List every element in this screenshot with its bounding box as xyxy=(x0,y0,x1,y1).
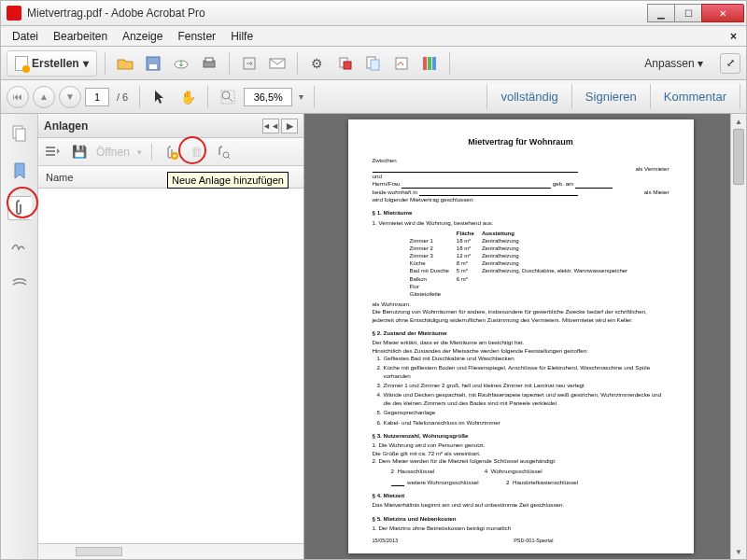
panel-options-icon[interactable] xyxy=(44,143,63,161)
chevron-down-icon: ▾ xyxy=(137,147,142,157)
attachments-list xyxy=(38,189,303,543)
svg-rect-1 xyxy=(149,64,157,69)
navigation-rail xyxy=(1,114,38,559)
window-title: Mietvertrag.pdf - Adobe Acrobat Pro xyxy=(27,7,648,20)
share-icon[interactable] xyxy=(237,51,261,76)
panel-title: Anlagen xyxy=(44,119,88,133)
prev-page-button[interactable]: ▲ xyxy=(33,86,55,108)
rail-signatures-icon[interactable] xyxy=(7,233,32,258)
maximize-button[interactable]: ☐ xyxy=(674,4,702,22)
panel-search-attachment-icon[interactable] xyxy=(214,143,233,161)
pdf-page: Mietvertrag für Wohnraum Zwischen als Ve… xyxy=(348,119,694,553)
menu-window[interactable]: Fenster xyxy=(170,28,223,45)
create-label: Erstellen xyxy=(32,57,79,70)
tooltip-add-attachment: Neue Anlage hinzufügen xyxy=(167,172,289,189)
comment-pane-button[interactable]: Kommentar xyxy=(650,84,740,109)
panel-next-button[interactable]: ▶ xyxy=(281,119,298,133)
zoom-marquee-icon[interactable] xyxy=(216,85,240,109)
convert-icon[interactable] xyxy=(333,51,358,76)
window-controls: ▁ ☐ ✕ xyxy=(648,4,744,22)
panel-add-attachment-button[interactable] xyxy=(162,143,180,161)
column-name[interactable]: Name xyxy=(46,172,73,183)
svg-rect-19 xyxy=(46,147,55,148)
svg-rect-4 xyxy=(205,58,213,62)
cloud-icon[interactable] xyxy=(169,51,193,76)
zoom-input[interactable] xyxy=(244,88,292,106)
main-area: Anlagen ◄◄ ▶ 💾 Öffnen ▾ 🗑 Neue Anlage hi… xyxy=(0,114,747,560)
document-view[interactable]: Mietvertrag für Wohnraum Zwischen als Ve… xyxy=(304,114,746,559)
customize-button[interactable]: Anpassen ▾ xyxy=(637,53,711,74)
toolbar-nav: ⏮ ▲ ▼ / 6 ✋ ▾ vollständig Signieren Komm… xyxy=(0,80,747,114)
minimize-button[interactable]: ▁ xyxy=(647,4,675,22)
menu-file[interactable]: Datei xyxy=(5,28,46,45)
panel-delete-icon[interactable]: 🗑 xyxy=(188,143,206,161)
app-icon xyxy=(7,6,21,21)
svg-rect-12 xyxy=(423,57,427,70)
gear-icon[interactable]: ⚙ xyxy=(305,51,330,76)
panel-header: Anlagen ◄◄ ▶ xyxy=(38,114,303,138)
menu-help[interactable]: Hilfe xyxy=(223,28,261,45)
close-document-button[interactable]: × xyxy=(723,28,742,45)
fit-page-button[interactable]: vollständig xyxy=(486,84,571,109)
vertical-scrollbar[interactable]: ▲ ▼ xyxy=(730,114,746,559)
rail-layers-icon[interactable] xyxy=(7,271,32,295)
page-number-input[interactable] xyxy=(85,88,109,106)
panel-toolbar: 💾 Öffnen ▾ 🗑 xyxy=(38,138,303,166)
expand-icon[interactable]: ⤢ xyxy=(720,53,740,74)
hand-tool-icon[interactable]: ✋ xyxy=(176,85,200,109)
menu-view[interactable]: Anzeige xyxy=(115,28,170,45)
rail-attachments-icon[interactable] xyxy=(7,196,32,220)
select-tool-icon[interactable] xyxy=(148,85,172,109)
svg-rect-11 xyxy=(396,58,407,69)
doc-title: Mietvertrag für Wohnraum xyxy=(373,136,669,147)
rail-pages-icon[interactable] xyxy=(7,121,32,146)
scroll-down-icon[interactable]: ▼ xyxy=(731,544,746,559)
menubar: Datei Bearbeiten Anzeige Fenster Hilfe × xyxy=(0,26,747,47)
attachments-panel: Anlagen ◄◄ ▶ 💾 Öffnen ▾ 🗑 Neue Anlage hi… xyxy=(38,114,304,559)
zoom-dropdown-icon[interactable]: ▾ xyxy=(296,91,306,102)
rail-bookmarks-icon[interactable] xyxy=(7,159,32,183)
save-icon[interactable] xyxy=(141,51,165,76)
menu-edit[interactable]: Bearbeiten xyxy=(46,28,115,45)
sign-pane-button[interactable]: Signieren xyxy=(571,84,650,109)
first-page-button[interactable]: ⏮ xyxy=(7,86,29,108)
svg-point-15 xyxy=(222,91,230,99)
scroll-thumb[interactable] xyxy=(733,129,744,185)
combine-icon[interactable] xyxy=(361,51,386,76)
close-button[interactable]: ✕ xyxy=(701,4,744,22)
toolbar-main: Erstellen ▾ ⚙ Anpassen ▾ ⤢ xyxy=(0,47,747,80)
page-total-label: / 6 xyxy=(113,91,132,103)
open-icon[interactable] xyxy=(113,51,137,76)
window-titlebar: Mietvertrag.pdf - Adobe Acrobat Pro ▁ ☐ … xyxy=(0,0,747,26)
svg-rect-14 xyxy=(432,57,436,70)
panel-prev-button[interactable]: ◄◄ xyxy=(262,119,279,133)
next-page-button[interactable]: ▼ xyxy=(59,86,81,108)
chevron-down-icon: ▾ xyxy=(83,57,89,70)
svg-rect-13 xyxy=(428,57,431,70)
sign-icon[interactable] xyxy=(389,51,414,76)
svg-rect-10 xyxy=(371,60,379,70)
svg-rect-8 xyxy=(344,62,351,69)
svg-rect-21 xyxy=(46,154,55,156)
panel-open-label[interactable]: Öffnen xyxy=(96,146,130,159)
create-button[interactable]: Erstellen ▾ xyxy=(7,50,97,77)
mail-icon[interactable] xyxy=(265,51,289,76)
horizontal-scrollbar[interactable] xyxy=(76,547,122,556)
panel-save-icon[interactable]: 💾 xyxy=(70,143,89,161)
print-icon[interactable] xyxy=(197,51,221,76)
svg-rect-18 xyxy=(16,129,25,141)
multimedia-icon[interactable] xyxy=(417,51,442,76)
scroll-up-icon[interactable]: ▲ xyxy=(731,114,746,129)
panel-footer xyxy=(38,543,303,559)
svg-rect-20 xyxy=(46,150,55,152)
page-icon xyxy=(15,56,28,71)
